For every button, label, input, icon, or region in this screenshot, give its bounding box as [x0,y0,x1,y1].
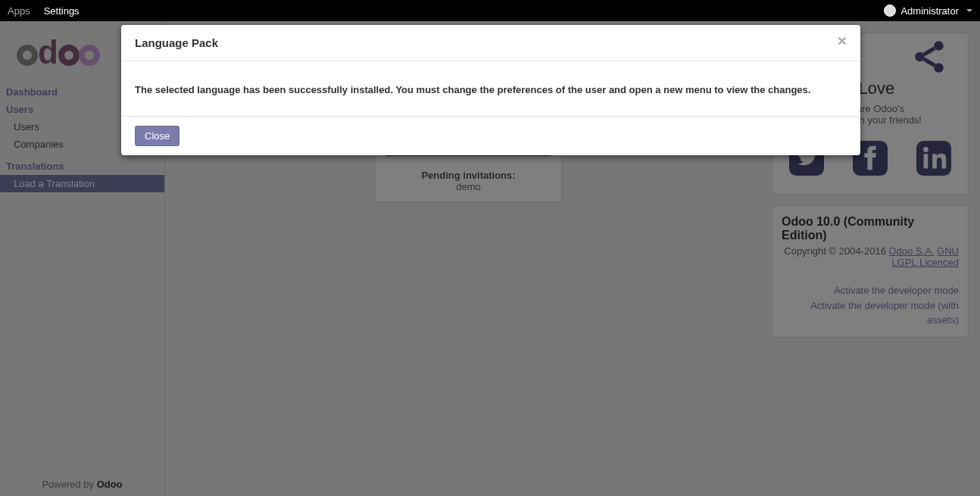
nav-settings[interactable]: Settings [44,5,80,17]
user-name: Administrator [900,5,959,17]
user-menu[interactable]: Administrator [884,5,972,17]
avatar-icon [884,5,896,17]
caret-down-icon [966,9,972,12]
modal-body: The selected language has been successfu… [121,61,860,116]
topbar: Apps Settings Administrator [0,0,980,21]
close-button[interactable]: Close [135,126,179,146]
language-pack-modal: Language Pack × The selected language ha… [121,25,860,155]
nav-apps[interactable]: Apps [8,5,30,17]
close-icon[interactable]: × [838,36,847,49]
modal-title: Language Pack [135,36,218,49]
